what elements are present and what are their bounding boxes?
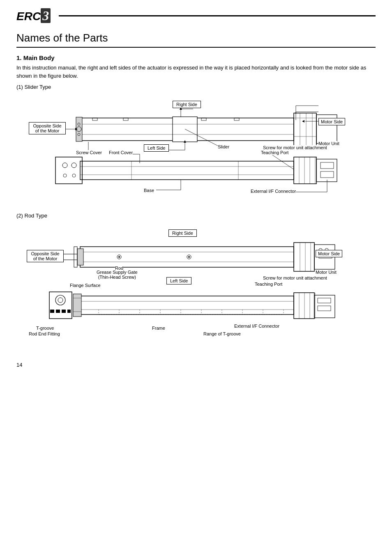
section-main-body: 1. Main Body In this instruction manual,… bbox=[16, 54, 376, 80]
rod-flange-label: Flange Surface bbox=[70, 283, 101, 288]
rod-left-side-label: Left Side bbox=[166, 277, 191, 284]
svg-line-61 bbox=[271, 154, 294, 169]
svg-rect-120 bbox=[318, 306, 331, 311]
svg-point-104 bbox=[55, 295, 65, 305]
svg-rect-24 bbox=[80, 161, 294, 180]
rod-motor-unit-label: Motor Unit bbox=[316, 270, 337, 275]
svg-point-32 bbox=[63, 174, 67, 177]
rod-type-section: (2) Rod Type bbox=[16, 213, 376, 349]
slider-opposite-label: Opposite Side of the Motor bbox=[29, 122, 66, 134]
svg-rect-4 bbox=[123, 118, 128, 120]
page-number: 14 bbox=[16, 362, 376, 368]
svg-rect-6 bbox=[234, 118, 239, 120]
rod-svg bbox=[16, 222, 370, 345]
svg-point-30 bbox=[62, 163, 67, 168]
slider-right-side-label: Right Side bbox=[173, 101, 201, 108]
slider-screw-cover-label: Screw Cover bbox=[76, 150, 102, 155]
svg-marker-53 bbox=[302, 120, 304, 123]
rod-teaching-port-label: Teaching Port bbox=[255, 282, 282, 287]
rod-motor-side-label: Motor Side bbox=[316, 250, 342, 257]
svg-rect-74 bbox=[74, 247, 77, 267]
slider-motor-side-label: Motor Side bbox=[318, 118, 345, 125]
svg-rect-118 bbox=[314, 295, 335, 318]
rod-grease-label: Grease Supply Gate (Thin-Head Screw) bbox=[97, 270, 138, 280]
svg-rect-89 bbox=[80, 296, 294, 314]
svg-rect-109 bbox=[67, 310, 71, 313]
slider-base-label: Base bbox=[144, 188, 154, 193]
rod-opposite-label: Opposite Side of the Motor bbox=[27, 250, 64, 262]
rod-type-title: (2) Rod Type bbox=[16, 213, 376, 219]
svg-point-33 bbox=[72, 174, 76, 177]
section1-desc: In this instruction manual, the right an… bbox=[16, 64, 376, 80]
svg-rect-106 bbox=[50, 310, 54, 313]
slider-type-section: (1) Slider Type bbox=[16, 84, 376, 208]
rod-frame-label: Frame bbox=[152, 326, 165, 331]
slider-screw-motor-label: Screw for motor unit attachment bbox=[263, 145, 327, 150]
svg-rect-3 bbox=[92, 118, 97, 120]
slider-left-side-label: Left Side bbox=[144, 144, 169, 152]
rod-range-t-groove-label: Range of T-groove bbox=[203, 331, 241, 336]
svg-rect-42 bbox=[321, 171, 334, 178]
svg-point-78 bbox=[118, 256, 120, 258]
svg-point-80 bbox=[188, 256, 190, 258]
svg-point-31 bbox=[71, 163, 76, 168]
slider-teaching-port-label: Teaching Port bbox=[261, 150, 288, 155]
svg-rect-7 bbox=[173, 117, 197, 142]
svg-rect-108 bbox=[62, 310, 66, 313]
svg-rect-119 bbox=[318, 298, 331, 303]
svg-rect-73 bbox=[77, 249, 83, 265]
svg-rect-41 bbox=[321, 162, 334, 169]
svg-rect-35 bbox=[294, 157, 316, 184]
svg-rect-110 bbox=[73, 294, 81, 317]
rod-right-side-label: Right Side bbox=[168, 229, 197, 237]
slider-diagram: Right Side Opposite Side of the Motor Mo… bbox=[16, 93, 376, 208]
rod-screw-motor-label: Screw for motor unit attachment bbox=[263, 275, 327, 280]
rod-t-groove-label: T-groove bbox=[36, 326, 54, 331]
page-title: Names of the Parts bbox=[16, 32, 376, 48]
svg-rect-107 bbox=[56, 310, 60, 313]
header: ERC3 bbox=[16, 8, 376, 23]
rod-diagram: Right Side Opposite Side of the Motor Mo… bbox=[16, 222, 376, 349]
rod-rod-end-fitting-label: Rod End Fitting bbox=[29, 331, 60, 336]
svg-rect-113 bbox=[294, 293, 314, 319]
header-line bbox=[59, 15, 376, 16]
rod-external-if-label: External I/F Connector bbox=[234, 324, 279, 328]
svg-rect-29 bbox=[55, 157, 82, 184]
svg-point-105 bbox=[58, 298, 63, 303]
svg-rect-81 bbox=[294, 243, 314, 271]
slider-type-title: (1) Slider Type bbox=[16, 84, 376, 90]
logo: ERC3 bbox=[16, 8, 51, 23]
svg-rect-5 bbox=[201, 118, 206, 120]
slider-slider-label: Slider bbox=[218, 144, 229, 149]
slider-front-cover-label: Front Cover bbox=[109, 150, 133, 155]
slider-external-if-label: External I/F Connector bbox=[251, 189, 296, 194]
section1-title: 1. Main Body bbox=[16, 54, 376, 61]
